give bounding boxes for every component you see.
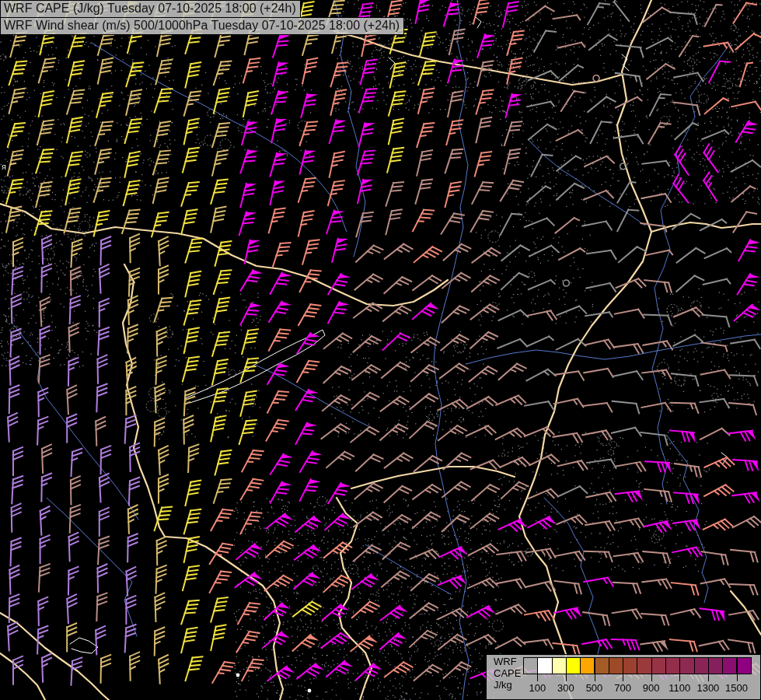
legend-cell	[708, 657, 723, 674]
legend-tick	[595, 674, 595, 681]
legend-tick	[708, 674, 709, 681]
legend-cell	[679, 657, 694, 674]
legend-cell	[595, 657, 609, 674]
legend-cell	[651, 657, 666, 674]
legend-tick	[737, 674, 738, 681]
weather-map-stage: WRF CAPE (J/kg) Tuesday 07-10-2025 18:00…	[0, 0, 761, 700]
legend-cell	[537, 657, 552, 674]
legend-cell	[665, 657, 680, 674]
legend-label-unit: J/kg	[494, 679, 521, 691]
title-line-cape: WRF CAPE (J/kg) Tuesday 07-10-2025 18:00…	[0, 0, 301, 18]
legend-cell	[623, 657, 637, 674]
legend-tick	[679, 674, 680, 681]
legend-label: WRF CAPE J/kg	[494, 656, 521, 691]
legend-label-variable: CAPE	[494, 667, 521, 679]
legend-tick	[651, 674, 652, 681]
cape-color-legend: WRF CAPE J/kg 10030050070090011001300150…	[486, 654, 761, 700]
legend-tick-label: 1500	[720, 682, 754, 694]
title-line-windshear: WRF Wind shear (m/s) 500/1000hPa Tuesday…	[0, 17, 404, 35]
legend-cell	[637, 657, 651, 674]
wind-barb-map-canvas	[0, 0, 761, 700]
legend-cell	[694, 657, 709, 674]
legend-cell	[609, 657, 623, 674]
legend-cell	[580, 657, 595, 674]
legend-tick	[537, 674, 538, 681]
legend-cell	[722, 657, 737, 674]
legend-cell	[523, 657, 538, 674]
legend-cell	[737, 657, 752, 674]
legend-tick	[566, 674, 567, 681]
legend-cell	[566, 657, 581, 674]
legend-tick	[623, 674, 623, 681]
legend-label-model: WRF	[494, 656, 521, 667]
legend-cell	[552, 657, 567, 674]
